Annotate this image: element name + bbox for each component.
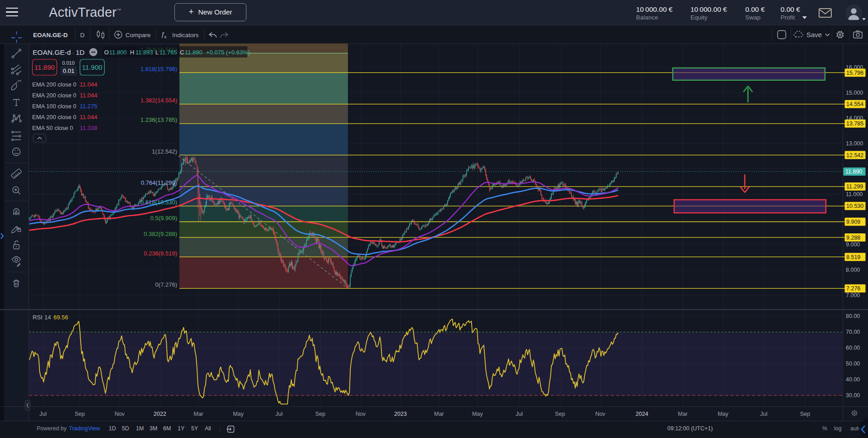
svg-text:15.000: 15.000 [846, 90, 863, 96]
svg-text:8.519: 8.519 [846, 254, 860, 260]
svg-text:Sep: Sep [800, 411, 810, 417]
svg-text:11.044: 11.044 [80, 92, 97, 99]
svg-text:11.890: 11.890 [845, 168, 862, 175]
svg-text:May: May [718, 411, 728, 417]
svg-text:8.000: 8.000 [846, 267, 860, 273]
svg-text:11.893: 11.893 [135, 49, 153, 56]
svg-text:11.765: 11.765 [159, 49, 177, 56]
svg-text:Nov: Nov [356, 411, 366, 417]
svg-text:EMA 200 close 0: EMA 200 close 0 [32, 114, 77, 120]
svg-text:50.00: 50.00 [846, 361, 860, 367]
svg-text:14: 14 [44, 314, 51, 321]
svg-text:11.275: 11.275 [80, 103, 97, 110]
svg-text:9.288: 9.288 [846, 235, 860, 241]
svg-text:0(7.276): 0(7.276) [155, 281, 177, 288]
svg-text:D: D [80, 32, 85, 39]
svg-text:O: O [104, 49, 109, 56]
svg-text:11.890: 11.890 [185, 49, 203, 56]
svg-text:11.890: 11.890 [34, 63, 55, 71]
svg-text:Jul: Jul [39, 411, 47, 417]
svg-text:2022: 2022 [154, 411, 166, 417]
svg-text:11.044: 11.044 [80, 81, 97, 88]
svg-text:Nov: Nov [595, 411, 606, 417]
svg-text:C: C [180, 49, 184, 56]
svg-text:0.618(10.530): 0.618(10.530) [140, 199, 177, 206]
svg-text:·: · [72, 48, 74, 56]
svg-text:0.01: 0.01 [63, 67, 74, 74]
svg-text:EMA 100 close 0: EMA 100 close 0 [32, 103, 77, 110]
svg-text:60.00: 60.00 [846, 345, 860, 351]
svg-text:Mar: Mar [193, 411, 203, 417]
svg-text:EOAN.GE-d: EOAN.GE-d [33, 48, 71, 56]
svg-text:11.338: 11.338 [80, 125, 97, 131]
svg-text:2024: 2024 [636, 411, 648, 417]
svg-text:0.764(11.299): 0.764(11.299) [141, 179, 177, 186]
svg-text:13.000: 13.000 [846, 140, 863, 147]
svg-text:0.382(9.288): 0.382(9.288) [144, 231, 177, 237]
svg-text:Sep: Sep [315, 411, 325, 417]
svg-text:Jul: Jul [516, 411, 523, 417]
svg-text:1.618(15.796): 1.618(15.796) [140, 66, 177, 72]
svg-text:Mar: Mar [434, 411, 444, 417]
svg-text:EMA 50 close 0: EMA 50 close 0 [32, 125, 73, 131]
svg-text:69.56: 69.56 [53, 314, 68, 321]
svg-text:14.554: 14.554 [846, 101, 863, 107]
svg-text:7.276: 7.276 [846, 285, 860, 292]
svg-text:11.044: 11.044 [80, 114, 97, 120]
svg-text:11.000: 11.000 [846, 191, 863, 197]
svg-text:2023: 2023 [394, 411, 407, 417]
svg-text:Save: Save [806, 31, 822, 39]
svg-text:12.542: 12.542 [846, 152, 863, 159]
svg-text:EOAN.GE-D: EOAN.GE-D [33, 32, 68, 39]
svg-text:1D: 1D [76, 48, 85, 56]
svg-text:RSI: RSI [33, 314, 43, 321]
svg-text:15.796: 15.796 [846, 70, 863, 76]
svg-text:0.5(9.909): 0.5(9.909) [150, 215, 177, 221]
svg-text:0.236(8.519): 0.236(8.519) [144, 250, 177, 257]
svg-text:40.00: 40.00 [846, 376, 860, 383]
svg-text:Jul: Jul [760, 411, 767, 417]
svg-text:May: May [233, 411, 244, 417]
svg-text:Indicators: Indicators [172, 32, 199, 39]
svg-text:7.000: 7.000 [846, 292, 860, 298]
svg-text:70.00: 70.00 [846, 329, 860, 335]
svg-text:H: H [130, 49, 134, 56]
svg-text:Jul: Jul [275, 411, 283, 417]
svg-text:L: L [155, 49, 159, 56]
svg-text:Sep: Sep [555, 411, 565, 417]
svg-text:x: x [164, 34, 167, 39]
svg-text:Compare: Compare [125, 32, 151, 39]
svg-text:0.010: 0.010 [62, 60, 75, 66]
svg-text:10.530: 10.530 [846, 203, 863, 209]
svg-text:EMA 200 close 0: EMA 200 close 0 [32, 92, 77, 99]
svg-text:80.00: 80.00 [846, 313, 860, 319]
svg-text:9.000: 9.000 [846, 241, 860, 248]
svg-text:May: May [472, 411, 483, 417]
svg-text:+0.075 (+0.63%): +0.075 (+0.63%) [206, 49, 250, 56]
svg-text:1(12.542): 1(12.542) [152, 148, 177, 155]
svg-text:11.800: 11.800 [109, 49, 127, 56]
svg-text:11.900: 11.900 [82, 63, 102, 71]
svg-text:9.909: 9.909 [846, 219, 860, 225]
svg-text:Sep: Sep [75, 411, 85, 417]
svg-text:13.785: 13.785 [846, 120, 863, 127]
svg-text:1.236(13.785): 1.236(13.785) [140, 116, 177, 123]
svg-text:Mar: Mar [678, 411, 688, 417]
svg-text:1.382(14.554): 1.382(14.554) [140, 97, 177, 104]
svg-text:EMA 200 close 0: EMA 200 close 0 [32, 81, 77, 88]
svg-text:11.299: 11.299 [846, 183, 863, 190]
svg-text:30.00: 30.00 [846, 392, 860, 399]
svg-text:Nov: Nov [115, 411, 125, 417]
